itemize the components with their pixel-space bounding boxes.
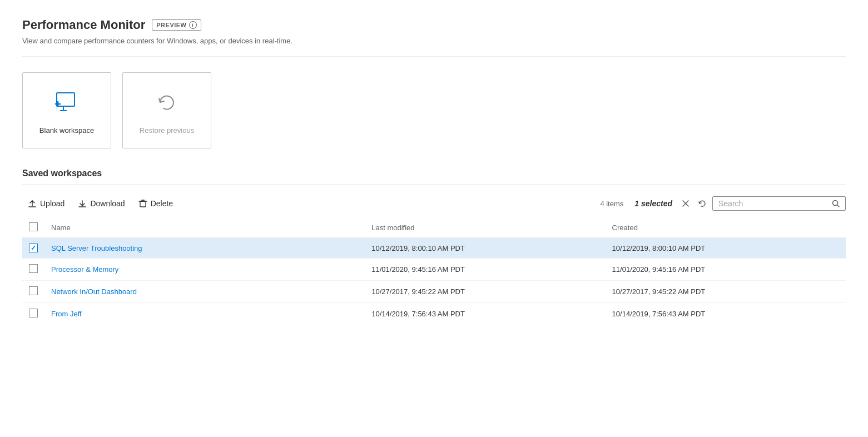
- upload-icon: [28, 199, 37, 208]
- col-header-modified: Last modified: [365, 218, 605, 238]
- page-title-area: Performance Monitor PREVIEW i: [22, 18, 846, 32]
- title-divider: [22, 56, 846, 57]
- col-header-created: Created: [606, 218, 846, 238]
- row-created: 10/14/2019, 7:56:43 AM PDT: [606, 303, 846, 325]
- search-input[interactable]: [718, 199, 829, 208]
- preview-badge: PREVIEW i: [152, 19, 201, 31]
- workspaces-table: Name Last modified Created ✓ SQL Server …: [22, 218, 846, 325]
- row-checkbox-cell: [22, 259, 44, 281]
- table-row[interactable]: Network In/Out Dashboard 10/27/2017, 9:4…: [22, 281, 846, 303]
- row-modified: 10/14/2019, 7:56:43 AM PDT: [365, 303, 605, 325]
- blank-workspace-card[interactable]: Blank workspace: [22, 72, 111, 148]
- saved-workspaces-title: Saved workspaces: [22, 168, 846, 178]
- row-name[interactable]: Processor & Memory: [44, 259, 365, 281]
- restore-previous-icon: [151, 86, 182, 117]
- row-checkbox[interactable]: ✓: [29, 244, 38, 252]
- workspace-link[interactable]: Network In/Out Dashboard: [51, 287, 137, 296]
- row-created: 11/01/2020, 9:45:16 AM PDT: [606, 259, 846, 281]
- blank-workspace-icon: [51, 86, 82, 117]
- delete-icon: [138, 199, 147, 208]
- search-box: [712, 196, 846, 211]
- restore-previous-label: Restore previous: [140, 126, 194, 135]
- svg-rect-9: [140, 201, 146, 207]
- page-subtitle: View and compare performance counters fo…: [22, 37, 846, 45]
- workspace-link[interactable]: Processor & Memory: [51, 265, 118, 274]
- row-checkbox-cell: ✓: [22, 238, 44, 259]
- workspace-link[interactable]: From Jeff: [51, 310, 82, 318]
- clear-selection-button[interactable]: [679, 198, 692, 209]
- refresh-icon: [698, 199, 707, 208]
- saved-workspaces-section: Saved workspaces Upload Download: [22, 168, 846, 325]
- row-modified: 10/12/2019, 8:00:10 AM PDT: [365, 238, 605, 259]
- table-row[interactable]: ✓ SQL Server Troubleshooting 10/12/2019,…: [22, 238, 846, 259]
- refresh-button[interactable]: [695, 197, 710, 210]
- row-created: 10/27/2017, 9:45:22 AM PDT: [606, 281, 846, 303]
- checkmark: ✓: [31, 244, 36, 252]
- row-checkbox-cell: [22, 281, 44, 303]
- workspace-cards-area: Blank workspace Restore previous: [22, 72, 846, 148]
- row-checkbox[interactable]: [29, 264, 38, 273]
- section-divider: [22, 184, 846, 185]
- restore-previous-card[interactable]: Restore previous: [122, 72, 211, 148]
- col-header-name: Name: [44, 218, 365, 238]
- row-name[interactable]: From Jeff: [44, 303, 365, 325]
- row-created: 10/12/2019, 8:00:10 AM PDT: [606, 238, 846, 259]
- row-checkbox[interactable]: [29, 286, 38, 295]
- search-icon: [832, 200, 840, 207]
- upload-button[interactable]: Upload: [22, 196, 70, 211]
- info-icon[interactable]: i: [189, 21, 197, 29]
- row-checkbox-cell: [22, 303, 44, 325]
- row-modified: 10/27/2017, 9:45:22 AM PDT: [365, 281, 605, 303]
- download-button[interactable]: Download: [72, 196, 130, 211]
- row-name[interactable]: SQL Server Troubleshooting: [44, 238, 365, 259]
- row-modified: 11/01/2020, 9:45:16 AM PDT: [365, 259, 605, 281]
- table-header-checkbox[interactable]: [22, 218, 44, 238]
- workspace-link[interactable]: SQL Server Troubleshooting: [51, 244, 142, 252]
- download-icon: [78, 199, 87, 208]
- row-name[interactable]: Network In/Out Dashboard: [44, 281, 365, 303]
- close-icon: [682, 200, 689, 207]
- selected-info: 1 selected: [634, 199, 672, 208]
- svg-line-17: [837, 205, 840, 207]
- blank-workspace-label: Blank workspace: [39, 126, 94, 135]
- table-row[interactable]: From Jeff 10/14/2019, 7:56:43 AM PDT 10/…: [22, 303, 846, 325]
- table-row[interactable]: Processor & Memory 11/01/2020, 9:45:16 A…: [22, 259, 846, 281]
- delete-button[interactable]: Delete: [133, 196, 178, 211]
- page-title: Performance Monitor: [22, 18, 145, 32]
- select-all-checkbox[interactable]: [29, 222, 38, 231]
- items-count: 4 items: [600, 200, 623, 208]
- row-checkbox[interactable]: [29, 309, 38, 317]
- table-header-row: Name Last modified Created: [22, 218, 846, 238]
- toolbar: Upload Download Delete 4 items 1 selec: [22, 193, 846, 213]
